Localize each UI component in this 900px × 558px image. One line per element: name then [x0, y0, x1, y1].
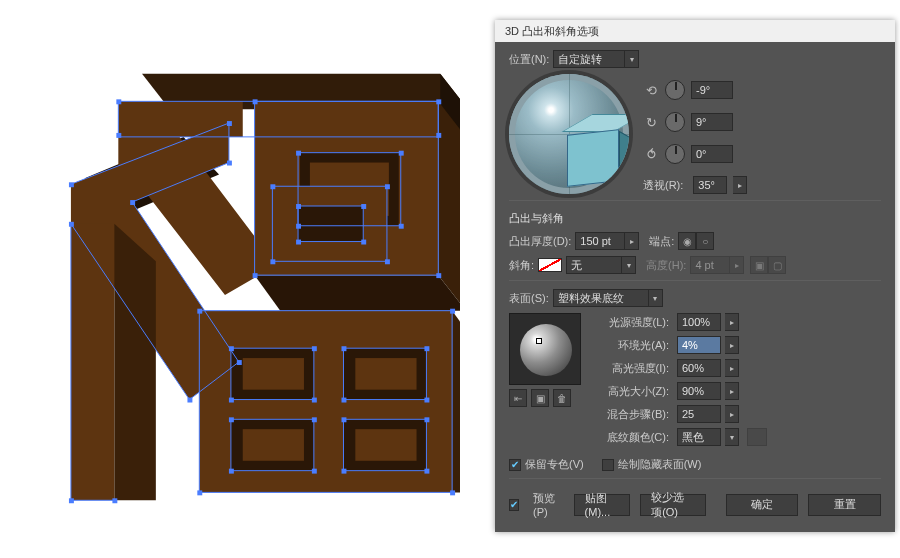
extrude-depth-input[interactable]: 150 pt — [575, 232, 625, 250]
bevel-dropdown-arrow[interactable]: ▾ — [622, 256, 636, 274]
map-art-button[interactable]: 贴图(M)... — [574, 494, 631, 516]
svg-rect-59 — [312, 346, 317, 351]
bevel-out-button: ▢ — [768, 256, 786, 274]
svg-rect-39 — [253, 99, 258, 104]
ambient-label: 环境光(A): — [597, 338, 669, 353]
svg-marker-9 — [255, 275, 460, 311]
svg-rect-79 — [187, 398, 192, 403]
svg-rect-42 — [296, 151, 301, 156]
rotation-trackball[interactable] — [509, 74, 629, 194]
extrude-depth-stepper[interactable]: ▸ — [625, 232, 639, 250]
extrude-depth-label: 凸出厚度(D): — [509, 234, 571, 249]
svg-rect-35 — [116, 99, 121, 104]
rotation-z-input[interactable]: 0° — [691, 145, 733, 163]
bevel-label: 斜角: — [509, 258, 534, 273]
svg-rect-55 — [450, 309, 455, 314]
svg-rect-64 — [342, 398, 347, 403]
shade-color-dropdown[interactable]: 黑色 — [677, 428, 721, 446]
perspective-stepper[interactable]: ▸ — [733, 176, 747, 194]
surface-dropdown[interactable]: 塑料效果底纹 — [553, 289, 649, 307]
highlight-size-stepper[interactable]: ▸ — [725, 382, 739, 400]
rotation-x-input[interactable]: -9° — [691, 81, 733, 99]
svg-rect-57 — [450, 490, 455, 495]
light-position-handle[interactable] — [536, 338, 542, 344]
cap-on-button[interactable]: ◉ — [678, 232, 696, 250]
preserve-spot-label: 保留专色(V) — [525, 457, 584, 472]
svg-rect-54 — [197, 309, 202, 314]
perspective-label: 透视(R): — [643, 178, 683, 193]
svg-rect-23 — [243, 429, 304, 461]
highlight-size-input[interactable]: 90% — [677, 382, 721, 400]
axis-y-icon: ↻ — [643, 115, 659, 130]
svg-rect-73 — [424, 469, 429, 474]
svg-marker-8 — [438, 101, 460, 310]
blend-steps-stepper[interactable]: ▸ — [725, 405, 739, 423]
svg-rect-81 — [69, 498, 74, 503]
svg-rect-67 — [312, 417, 317, 422]
bevel-height-label: 高度(H): — [646, 258, 686, 273]
reset-button[interactable]: 重置 — [808, 494, 881, 516]
shade-color-dropdown-arrow[interactable]: ▾ — [725, 428, 739, 446]
light-intensity-input[interactable]: 100% — [677, 313, 721, 331]
svg-rect-62 — [342, 346, 347, 351]
bevel-dropdown[interactable]: 无 — [566, 256, 622, 274]
highlight-intensity-label: 高光强度(I): — [597, 361, 669, 376]
svg-marker-15 — [452, 311, 460, 493]
svg-rect-44 — [296, 224, 301, 229]
preview-checkbox[interactable]: ✔ — [509, 499, 519, 511]
svg-rect-76 — [227, 161, 232, 166]
svg-rect-70 — [342, 417, 347, 422]
fewer-options-button[interactable]: 较少选项(O) — [640, 494, 705, 516]
preview-label: 预览(P) — [533, 491, 560, 518]
draw-hidden-checkbox[interactable] — [602, 459, 614, 471]
svg-rect-78 — [237, 360, 242, 365]
shade-color-label: 底纹颜色(C): — [597, 430, 669, 445]
perspective-input[interactable]: 35° — [693, 176, 727, 194]
position-dropdown-arrow[interactable]: ▾ — [625, 50, 639, 68]
rotation-x-dial[interactable] — [665, 80, 685, 100]
draw-hidden-label: 绘制隐藏表面(W) — [618, 457, 702, 472]
svg-rect-74 — [69, 182, 74, 187]
surface-dropdown-arrow[interactable]: ▾ — [649, 289, 663, 307]
cap-off-button[interactable]: ○ — [696, 232, 714, 250]
highlight-intensity-input[interactable]: 60% — [677, 359, 721, 377]
position-label: 位置(N): — [509, 52, 549, 67]
svg-rect-52 — [296, 240, 301, 245]
ambient-stepper[interactable]: ▸ — [725, 336, 739, 354]
light-intensity-stepper[interactable]: ▸ — [725, 313, 739, 331]
position-dropdown[interactable]: 自定旋转 — [553, 50, 625, 68]
svg-rect-68 — [229, 469, 234, 474]
svg-rect-80 — [69, 222, 74, 227]
svg-rect-22 — [355, 358, 416, 390]
ambient-input[interactable]: 4% — [677, 336, 721, 354]
preserve-spot-checkbox[interactable]: ✔ — [509, 459, 521, 471]
axis-x-icon: ⟲ — [643, 83, 659, 98]
svg-rect-75 — [227, 121, 232, 126]
svg-rect-40 — [253, 273, 258, 278]
svg-rect-63 — [424, 346, 429, 351]
rotation-y-dial[interactable] — [665, 112, 685, 132]
svg-rect-77 — [130, 200, 135, 205]
svg-rect-43 — [399, 151, 404, 156]
highlight-size-label: 高光大小(Z): — [597, 384, 669, 399]
highlight-intensity-stepper[interactable]: ▸ — [725, 359, 739, 377]
light-new-button[interactable]: ▣ — [531, 389, 549, 407]
svg-rect-47 — [385, 184, 390, 189]
svg-rect-71 — [424, 417, 429, 422]
svg-rect-45 — [399, 224, 404, 229]
rotation-y-input[interactable]: 9° — [691, 113, 733, 131]
light-delete-button[interactable]: 🗑 — [553, 389, 571, 407]
svg-rect-51 — [361, 204, 366, 209]
light-preview[interactable] — [509, 313, 581, 385]
ok-button[interactable]: 确定 — [726, 494, 799, 516]
svg-rect-46 — [270, 184, 275, 189]
rotation-z-dial[interactable] — [665, 144, 685, 164]
svg-rect-13 — [298, 206, 363, 242]
axis-z-icon: ⥀ — [643, 147, 659, 162]
svg-rect-58 — [229, 346, 234, 351]
blend-steps-input[interactable]: 25 — [677, 405, 721, 423]
svg-rect-24 — [355, 429, 416, 461]
light-move-back-button[interactable]: ⇤ — [509, 389, 527, 407]
svg-rect-60 — [229, 398, 234, 403]
svg-rect-65 — [424, 398, 429, 403]
